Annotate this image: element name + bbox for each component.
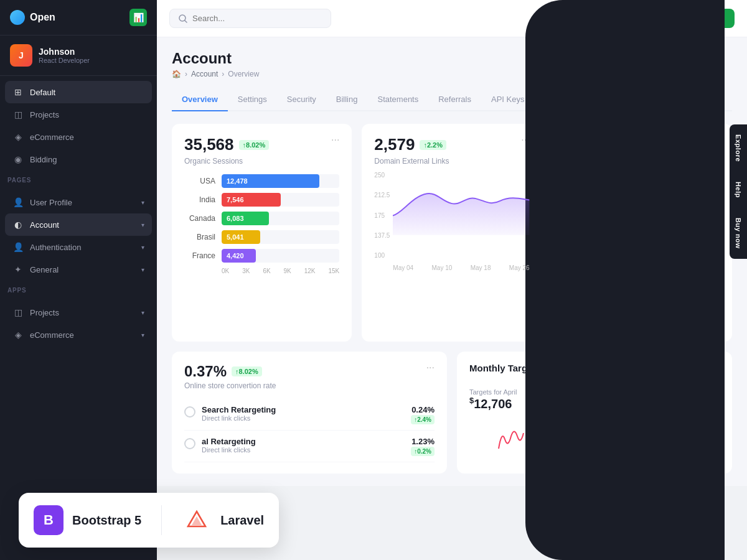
target-actual: Actual for Apr... $8,035: [555, 388, 634, 411]
app-name: Open: [30, 12, 55, 23]
line-chart-svg: [393, 172, 529, 235]
targets-grid: Targets for April $12,706 Actual for Apr…: [469, 388, 720, 411]
search-box[interactable]: [169, 9, 331, 28]
retarget-name: al Retargeting: [202, 437, 256, 446]
sidebar-item-ecommerce[interactable]: ◈ eCommerce: [5, 126, 152, 148]
promo-divider: [161, 505, 162, 535]
tab-security[interactable]: Security: [277, 88, 326, 111]
create-app-button[interactable]: Create App: [672, 9, 735, 28]
domain-links-value: 2,579: [374, 135, 415, 154]
target-gap: GAP $4,684 ↑4.5%: [641, 388, 720, 411]
social-name: Dribbble: [592, 179, 627, 189]
breadcrumb-account[interactable]: Account: [191, 70, 218, 78]
invite-button[interactable]: ＋ Invite: [614, 8, 665, 29]
x-label: May 10: [432, 264, 453, 271]
social-item-youtube: YouTube Video Channel 978 ↑4.1%: [565, 267, 720, 299]
dribbble-icon: [565, 177, 586, 198]
buy-now-button[interactable]: Buy now: [730, 208, 747, 259]
date-range-badge: 📅 18 Jan 2023 - 16 Feb 2023: [613, 365, 720, 379]
user-name: Johnson: [39, 47, 90, 57]
social-value: 794: [672, 246, 685, 256]
country-label: Brasil: [184, 233, 215, 241]
avatar: J: [10, 44, 32, 67]
sidebar-item-label: eCommerce: [30, 330, 74, 340]
bottom-row: 0.37% ↑8.02% Online store convertion rat…: [172, 352, 732, 474]
sidebar-item-label: General: [30, 265, 59, 274]
social-change-badge: ↑0.2%: [696, 246, 720, 256]
card-header: 5,037 ↑2.2% Visits by Social Networks ··…: [565, 135, 720, 166]
conversion-value: 0.37%: [184, 363, 227, 380]
explore-button[interactable]: Explore: [730, 124, 747, 172]
social-value: 579: [672, 183, 685, 192]
retarget-pct-value: 1.23%: [411, 437, 435, 446]
country-label: France: [184, 251, 215, 260]
more-options-icon[interactable]: ···: [521, 135, 529, 145]
tab-api-keys[interactable]: API Keys: [481, 88, 534, 111]
sidebar-item-projects-app[interactable]: ◫ Projects ▾: [5, 301, 152, 324]
social-visits-badge: ↑2.2%: [610, 140, 637, 150]
bar-track: 12,478: [222, 174, 339, 188]
laravel-promo: Laravel: [182, 505, 264, 535]
retarget-item-search: Search Retargeting Direct link clicks 0.…: [184, 399, 435, 431]
social-sub: Social Network: [592, 315, 637, 323]
svg-rect-13: [568, 307, 582, 321]
y-label: 212.5: [374, 192, 390, 198]
calendar-icon: 📅: [619, 368, 627, 376]
sidebar-item-default[interactable]: ⊞ Default: [5, 81, 152, 103]
bootstrap-promo: B Bootstrap 5: [34, 505, 141, 535]
organic-sessions-badge: ↑8.02%: [239, 140, 270, 150]
conversion-card: 0.37% ↑8.02% Online store convertion rat…: [172, 352, 447, 474]
domain-links-label: Domain External Links: [374, 157, 449, 166]
sidebar-item-general[interactable]: ✦ General ▾: [5, 258, 152, 281]
more-options-icon[interactable]: ···: [426, 363, 435, 373]
x-label: May 26: [509, 264, 530, 271]
axis-label: 6K: [263, 268, 270, 274]
tab-settings[interactable]: Settings: [228, 88, 277, 111]
chart-indicators: [469, 424, 720, 455]
help-button[interactable]: Help: [730, 172, 747, 208]
chart-icon[interactable]: 📊: [129, 9, 147, 26]
side-buttons: Explore Help Buy now: [730, 124, 747, 259]
tab-statements[interactable]: Statements: [367, 88, 428, 111]
tab-referrals[interactable]: Referrals: [428, 88, 481, 111]
tab-billing[interactable]: Billing: [326, 88, 368, 111]
chevron-down-icon: ▾: [141, 222, 144, 228]
card-header: 35,568 ↑8.02% Organic Sessions ···: [184, 135, 339, 166]
organic-sessions-value: 35,568: [184, 135, 234, 154]
retarget-pct-group: 1.23% ↑0.2%: [411, 437, 435, 455]
sidebar-nav: ⊞ Default ◫ Projects ◈ eCommerce ◉ Biddi…: [0, 81, 157, 170]
social-visits-card: 5,037 ↑2.2% Visits by Social Networks ··…: [552, 124, 732, 342]
search-input[interactable]: [192, 14, 317, 23]
bar-fill: 12,478: [222, 174, 319, 188]
chart-shape-2: [576, 424, 613, 455]
tab-logs[interactable]: Logs: [534, 88, 571, 111]
targets-title: Monthly Targets: [469, 363, 541, 373]
retarget-change: ↑2.4%: [411, 415, 435, 424]
sidebar-item-account[interactable]: ◐ Account ▾: [5, 213, 152, 236]
bar-row-usa: USA 12,478: [184, 174, 339, 188]
svg-rect-9: [570, 248, 575, 250]
sidebar-item-label: Projects: [30, 110, 59, 119]
topbar-actions: ＋ Invite Create App: [614, 8, 735, 29]
stats-row: 35,568 ↑8.02% Organic Sessions ··· USA: [172, 124, 732, 342]
target-label: Actual for Apr...: [555, 388, 634, 396]
chevron-down-icon: ▾: [141, 199, 144, 206]
chart-shape-1: [492, 424, 530, 455]
instagram-icon: [565, 304, 586, 325]
breadcrumb: 🏠 › Account › Overview: [172, 70, 732, 78]
more-options-icon[interactable]: ···: [331, 135, 339, 145]
sidebar-item-projects[interactable]: ◫ Projects: [5, 103, 152, 126]
line-chart: 250 212.5 175 137.5 100: [374, 172, 529, 271]
sidebar-item-user-profile[interactable]: 👤 User Profile ▾: [5, 191, 152, 213]
sidebar-item-ecommerce-app[interactable]: ◈ eCommerce ▾: [5, 324, 152, 346]
chevron-down-icon: ▾: [141, 332, 144, 338]
social-sources-list: Dribbble Community 579 ↑2.6% in: [565, 172, 720, 330]
more-options-icon[interactable]: ···: [712, 135, 720, 145]
retarget-sub: Direct link clicks: [202, 414, 276, 422]
retarget-pct-value: 0.24%: [411, 405, 435, 414]
sidebar-item-authentication[interactable]: 👤 Authentication ▾: [5, 236, 152, 258]
sidebar-item-bidding[interactable]: ◉ Bidding: [5, 148, 152, 170]
svg-rect-10: [575, 251, 580, 253]
social-item-slack: Slack Messanger 794 ↑0.2%: [565, 235, 720, 267]
tab-overview[interactable]: Overview: [172, 88, 228, 111]
